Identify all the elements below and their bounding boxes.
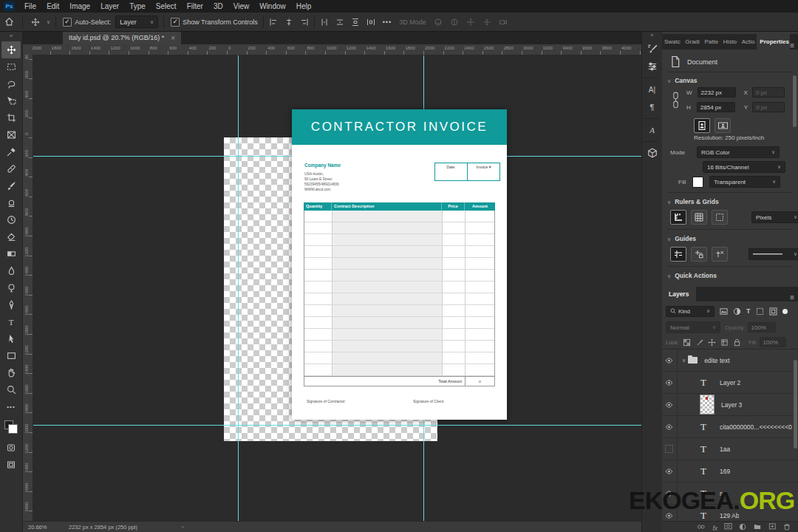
layers-scrollbar[interactable] bbox=[794, 360, 797, 449]
distribute-lefts-icon[interactable] bbox=[366, 18, 375, 27]
filter-smart-objects-icon[interactable] bbox=[769, 307, 777, 316]
canvas-height-input[interactable]: 2854 px bbox=[697, 102, 735, 112]
clear-guides-button[interactable] bbox=[712, 247, 728, 262]
menu-item-3d[interactable]: 3D bbox=[208, 0, 228, 13]
visibility-eye-icon[interactable] bbox=[661, 349, 678, 371]
menu-item-layer[interactable]: Layer bbox=[95, 0, 124, 13]
layer-row[interactable]: T169 bbox=[661, 460, 798, 482]
filter-kind-dropdown[interactable]: Kind ∨ bbox=[666, 306, 715, 317]
vertical-guide[interactable] bbox=[238, 55, 239, 521]
new-layer-icon[interactable] bbox=[768, 523, 777, 531]
layers-panel-menu-icon[interactable]: ≡ bbox=[790, 293, 798, 301]
zoom-level[interactable]: 20.66% bbox=[28, 524, 69, 531]
layer-mask-icon[interactable] bbox=[724, 523, 732, 531]
path-selection-tool[interactable] bbox=[1, 330, 21, 347]
menu-item-type[interactable]: Type bbox=[124, 0, 151, 13]
tool-presets-panel-icon[interactable] bbox=[644, 58, 661, 75]
visibility-empty-box[interactable] bbox=[661, 438, 678, 460]
distribute-tops-icon[interactable] bbox=[351, 18, 360, 27]
collapse-toolbar-icon[interactable]: » bbox=[10, 31, 13, 41]
paragraph-panel-icon[interactable]: ¶ bbox=[644, 98, 661, 116]
auto-select-target-dropdown[interactable]: Layer∨ bbox=[115, 16, 158, 28]
3d-camera-icon[interactable] bbox=[499, 18, 508, 27]
horizontal-ruler[interactable]: 2000180016001400120010008006004002000200… bbox=[33, 44, 641, 55]
chevron-down-icon[interactable]: ∨ bbox=[47, 19, 50, 25]
frame-tool[interactable] bbox=[1, 126, 21, 143]
filter-shape-layers-icon[interactable] bbox=[756, 307, 764, 316]
foreground-background-colors[interactable] bbox=[4, 420, 18, 434]
tab-actio[interactable]: Actio bbox=[739, 34, 757, 50]
layer-row[interactable]: TLayer 2 bbox=[661, 372, 798, 394]
lock-pixels-icon[interactable] bbox=[695, 338, 703, 347]
toggle-grid-button[interactable] bbox=[691, 210, 707, 225]
move-tool[interactable] bbox=[1, 41, 21, 58]
filter-toggle-icon[interactable] bbox=[782, 307, 788, 316]
align-left-icon[interactable] bbox=[269, 18, 278, 27]
hand-tool[interactable] bbox=[1, 364, 21, 381]
lock-guides-button[interactable] bbox=[691, 247, 707, 262]
tab-layers[interactable]: Layers bbox=[661, 287, 696, 301]
filter-adjustment-layers-icon[interactable] bbox=[733, 307, 741, 316]
opacity-input[interactable]: 100% bbox=[748, 322, 776, 332]
pen-tool[interactable] bbox=[1, 296, 21, 313]
align-center-icon[interactable] bbox=[284, 18, 293, 27]
tab-gradi[interactable]: Gradi bbox=[682, 34, 701, 50]
menu-item-edit[interactable]: Edit bbox=[41, 0, 64, 13]
canvas-area[interactable]: CONTRACTOR INVOICE Company Name USA-Aust… bbox=[33, 55, 641, 521]
lock-position-icon[interactable] bbox=[708, 338, 716, 347]
tab-properties[interactable]: Properties bbox=[757, 34, 790, 50]
menu-item-window[interactable]: Window bbox=[254, 0, 291, 13]
rectangle-tool[interactable] bbox=[1, 347, 21, 364]
layer-row[interactable]: Tcita0000000...<<<<<<<<0 d bbox=[661, 416, 798, 438]
blend-mode-dropdown[interactable]: Normal∨ bbox=[666, 321, 720, 333]
blur-tool[interactable] bbox=[1, 262, 21, 279]
fill-input[interactable]: 100% bbox=[760, 337, 786, 347]
invoice-page-layer[interactable]: CONTRACTOR INVOICE Company Name USA-Aust… bbox=[292, 109, 507, 420]
landscape-orientation-button[interactable] bbox=[715, 118, 731, 133]
new-group-icon[interactable] bbox=[753, 523, 762, 531]
layer-row[interactable]: Tm bbox=[661, 482, 798, 505]
distribute-vertical-icon[interactable] bbox=[320, 18, 329, 27]
visibility-eye-icon[interactable] bbox=[661, 394, 678, 415]
layer-effects-icon[interactable]: fx bbox=[712, 520, 717, 532]
guides-section-header[interactable]: ∨Guides bbox=[667, 235, 696, 242]
lock-transparency-icon[interactable] bbox=[683, 338, 691, 347]
3d-panel-icon[interactable] bbox=[644, 144, 661, 162]
lasso-tool[interactable] bbox=[1, 75, 21, 92]
visibility-eye-icon[interactable] bbox=[661, 505, 678, 522]
expand-dock-icon[interactable]: » bbox=[651, 31, 654, 40]
ruler-units-dropdown[interactable]: Pixels∨ bbox=[751, 211, 798, 223]
menu-item-help[interactable]: Help bbox=[291, 0, 317, 13]
visibility-eye-icon[interactable] bbox=[661, 416, 678, 437]
toggle-guides-button[interactable] bbox=[670, 247, 686, 262]
lock-artboard-icon[interactable] bbox=[720, 338, 729, 347]
color-mode-dropdown[interactable]: RGB Color∨ bbox=[697, 146, 780, 158]
layer-row[interactable]: T129 Ab bbox=[661, 505, 798, 522]
home-icon[interactable] bbox=[4, 17, 14, 27]
visibility-eye-icon[interactable] bbox=[661, 482, 678, 504]
link-layers-icon[interactable] bbox=[697, 523, 706, 531]
filter-type-layers-icon[interactable]: T bbox=[746, 307, 751, 316]
clone-stamp-tool[interactable] bbox=[1, 194, 21, 211]
visibility-eye-icon[interactable] bbox=[661, 460, 678, 482]
portrait-orientation-button[interactable] bbox=[694, 118, 710, 133]
3d-pan-icon[interactable] bbox=[466, 18, 475, 27]
3d-roll-icon[interactable] bbox=[450, 18, 459, 27]
object-selection-tool[interactable] bbox=[1, 92, 21, 109]
canvas-width-input[interactable]: 2232 px bbox=[698, 87, 736, 98]
quick-mask-icon[interactable] bbox=[1, 439, 21, 456]
properties-panel-menu-icon[interactable]: ≡ bbox=[790, 41, 798, 50]
layer-row[interactable]: ∨edite text bbox=[661, 349, 798, 372]
properties-scrollbar[interactable] bbox=[793, 75, 797, 127]
eyedropper-tool[interactable] bbox=[1, 143, 21, 160]
document-tab[interactable]: Italy id.psd @ 20.7% (RGB/16) * × bbox=[63, 31, 181, 44]
horizontal-guide[interactable] bbox=[33, 425, 641, 426]
group-expand-caret-icon[interactable]: ∨ bbox=[682, 358, 686, 364]
crop-tool[interactable] bbox=[1, 109, 21, 126]
canvas-section-header[interactable]: ∨Canvas bbox=[667, 77, 697, 84]
toggle-rulers-button[interactable] bbox=[670, 210, 686, 225]
adjustment-layer-icon[interactable] bbox=[739, 523, 746, 531]
brush-tool[interactable] bbox=[1, 177, 21, 194]
auto-select-checkbox[interactable]: ✓ bbox=[63, 18, 72, 27]
vertical-ruler[interactable]: 8006004002000200400600800100012001400160… bbox=[22, 55, 33, 521]
